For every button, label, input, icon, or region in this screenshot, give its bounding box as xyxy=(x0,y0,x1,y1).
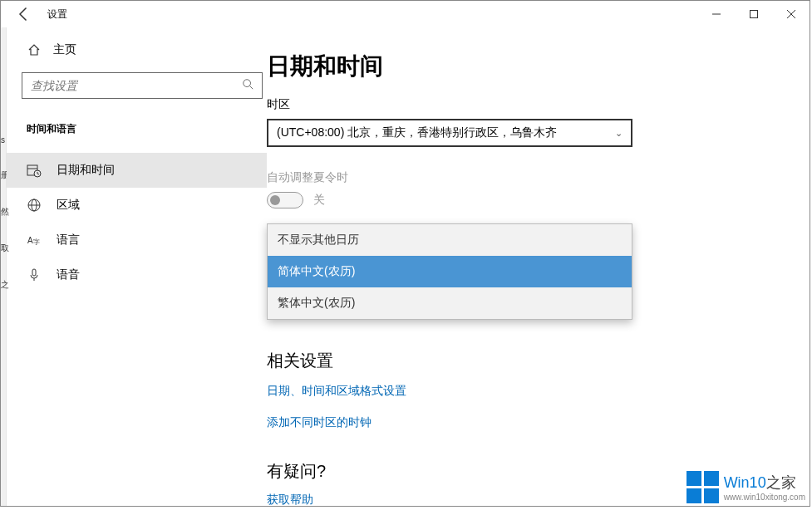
nav-label: 语音 xyxy=(57,267,80,282)
svg-point-4 xyxy=(244,80,251,87)
dst-label: 自动调整夏令时 xyxy=(267,170,810,185)
left-edge-fragment: s册然取之 xyxy=(1,27,7,506)
globe-icon xyxy=(27,198,42,213)
calendar-clock-icon xyxy=(27,163,42,178)
search-input-box[interactable] xyxy=(22,72,263,99)
timezone-dropdown[interactable]: (UTC+08:00) 北京，重庆，香港特别行政区，乌鲁木齐 ⌄ xyxy=(267,119,632,147)
dst-toggle-row: 关 xyxy=(267,192,810,208)
category-header: 时间和语言 xyxy=(27,122,267,136)
nav-region[interactable]: 区域 xyxy=(22,188,267,223)
nav-label: 语言 xyxy=(57,233,80,248)
timezone-label: 时区 xyxy=(267,97,810,112)
related-settings-title: 相关设置 xyxy=(267,350,810,372)
home-link[interactable]: 主页 xyxy=(22,42,267,57)
calendar-option[interactable]: 不显示其他日历 xyxy=(268,224,632,256)
maximize-button[interactable] xyxy=(735,2,772,27)
nav-speech[interactable]: 语音 xyxy=(22,257,267,292)
svg-rect-16 xyxy=(32,269,36,276)
window-title: 设置 xyxy=(47,7,67,22)
search-icon xyxy=(242,78,253,93)
svg-text:A: A xyxy=(27,236,33,245)
close-button[interactable] xyxy=(772,2,810,27)
nav-language[interactable]: A字 语言 xyxy=(22,223,267,257)
page-title: 日期和时间 xyxy=(267,51,810,82)
watermark-brand-a: Win10 xyxy=(724,474,766,491)
link-date-format[interactable]: 日期、时间和区域格式设置 xyxy=(267,384,810,399)
language-icon: A字 xyxy=(27,233,42,248)
svg-rect-1 xyxy=(750,11,757,18)
watermark-brand-b: 之家 xyxy=(766,474,796,491)
home-label: 主页 xyxy=(53,42,76,57)
main-content: 日期和时间 时区 (UTC+08:00) 北京，重庆，香港特别行政区，乌鲁木齐 … xyxy=(267,27,810,506)
svg-text:字: 字 xyxy=(33,238,40,246)
svg-line-5 xyxy=(250,86,253,90)
back-button[interactable] xyxy=(16,6,32,22)
microphone-icon xyxy=(27,267,42,282)
nav-label: 区域 xyxy=(57,198,80,213)
calendar-dropdown-open: 不显示其他日历 简体中文(农历) 繁体中文(农历) xyxy=(267,223,632,320)
search-input[interactable] xyxy=(31,79,242,92)
window-controls xyxy=(697,2,810,27)
link-add-clocks[interactable]: 添加不同时区的时钟 xyxy=(267,415,810,430)
timezone-value: (UTC+08:00) 北京，重庆，香港特别行政区，乌鲁木齐 xyxy=(277,125,557,140)
dst-toggle[interactable] xyxy=(267,192,303,208)
watermark-url: www.win10xitong.com xyxy=(724,493,805,502)
titlebar: 设置 xyxy=(1,1,810,27)
minimize-button[interactable] xyxy=(697,2,735,27)
windows-logo-icon xyxy=(687,471,719,503)
chevron-down-icon: ⌄ xyxy=(615,128,623,139)
nav-label: 日期和时间 xyxy=(57,163,115,178)
settings-window: 设置 s册然取之 主页 时间和语言 xyxy=(0,0,810,507)
home-icon xyxy=(27,42,42,57)
watermark-text: Win10之家 www.win10xitong.com xyxy=(724,473,805,502)
nav-date-time[interactable]: 日期和时间 xyxy=(7,153,267,188)
toggle-knob xyxy=(270,195,280,205)
titlebar-left: 设置 xyxy=(16,6,67,22)
calendar-option[interactable]: 繁体中文(农历) xyxy=(268,287,632,319)
watermark: Win10之家 www.win10xitong.com xyxy=(687,471,805,503)
dst-state: 关 xyxy=(313,193,325,208)
window-body: s册然取之 主页 时间和语言 日期和时间 xyxy=(1,27,810,506)
calendar-option[interactable]: 简体中文(农历) xyxy=(268,256,632,287)
sidebar: 主页 时间和语言 日期和时间 区域 xyxy=(7,27,267,506)
